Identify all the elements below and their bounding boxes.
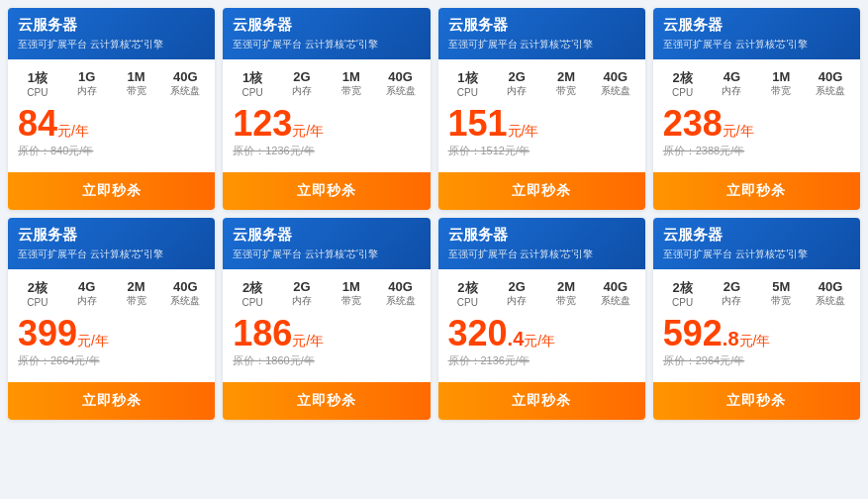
spec-label-0: CPU xyxy=(233,297,272,308)
price-block: 151元/年 原价：1512元/年 xyxy=(448,106,635,158)
original-price: 原价：1512元/年 xyxy=(448,144,635,158)
spec-label-1: 内存 xyxy=(282,294,322,308)
specs-row: 2核 CPU 4G 内存 2M 带宽 40G 系统盘 xyxy=(18,279,205,308)
spec-item-1: 2G 内存 xyxy=(282,69,322,98)
spec-label-3: 系统盘 xyxy=(381,294,421,308)
spec-label-2: 带宽 xyxy=(546,84,586,98)
spec-value-0: 1核 xyxy=(233,69,272,87)
spec-item-1: 2G 内存 xyxy=(713,279,752,308)
buy-button[interactable]: 立即秒杀 xyxy=(223,172,430,210)
spec-label-1: 内存 xyxy=(282,84,322,98)
spec-item-1: 4G 内存 xyxy=(713,69,752,98)
spec-value-1: 4G xyxy=(713,69,752,84)
spec-label-1: 内存 xyxy=(67,84,107,98)
price-main: 320.4元/年 xyxy=(448,316,635,351)
spec-item-1: 4G 内存 xyxy=(67,279,107,308)
spec-item-0: 2核 CPU xyxy=(663,279,703,308)
spec-item-0: 2核 CPU xyxy=(663,69,703,98)
specs-row: 1核 CPU 2G 内存 2M 带宽 40G 系统盘 xyxy=(448,69,635,98)
spec-value-2: 2M xyxy=(546,279,586,294)
card-4: 云服务器 至强可扩展平台 云计算核'芯'引擎 2核 CPU 4G 内存 1M 带… xyxy=(653,8,860,210)
price-decimal: .8 xyxy=(723,328,739,349)
spec-label-3: 系统盘 xyxy=(381,84,421,98)
spec-item-0: 2核 CPU xyxy=(18,279,57,308)
spec-item-0: 2核 CPU xyxy=(448,279,488,308)
price-block: 84元/年 原价：840元/年 xyxy=(18,106,205,158)
spec-value-2: 1M xyxy=(117,69,156,84)
spec-label-0: CPU xyxy=(448,87,488,98)
price-block: 320.4元/年 原价：2136元/年 xyxy=(448,316,635,368)
card-subtitle: 至强可扩展平台 云计算核'芯'引擎 xyxy=(18,248,205,261)
buy-button[interactable]: 立即秒杀 xyxy=(223,382,430,420)
card-body: 2核 CPU 2G 内存 1M 带宽 40G 系统盘 186元/年 xyxy=(223,269,430,382)
buy-button[interactable]: 立即秒杀 xyxy=(438,172,645,210)
spec-value-3: 40G xyxy=(596,279,635,294)
spec-value-3: 40G xyxy=(381,279,421,294)
card-header: 云服务器 至强可扩展平台 云计算核'芯'引擎 xyxy=(438,8,645,59)
buy-button[interactable]: 立即秒杀 xyxy=(438,382,645,420)
card-title: 云服务器 xyxy=(18,16,205,35)
card-7: 云服务器 至强可扩展平台 云计算核'芯'引擎 2核 CPU 2G 内存 2M 带… xyxy=(438,218,645,420)
spec-label-3: 系统盘 xyxy=(165,84,205,98)
card-title: 云服务器 xyxy=(233,226,420,245)
spec-label-3: 系统盘 xyxy=(811,84,850,98)
spec-value-3: 40G xyxy=(811,279,850,294)
spec-item-3: 40G 系统盘 xyxy=(811,69,850,98)
card-8: 云服务器 至强可扩展平台 云计算核'芯'引擎 2核 CPU 2G 内存 5M 带… xyxy=(653,218,860,420)
price-block: 238元/年 原价：2388元/年 xyxy=(663,106,850,158)
card-subtitle: 至强可扩展平台 云计算核'芯'引擎 xyxy=(663,38,850,51)
price-number: 123 xyxy=(233,103,292,144)
card-3: 云服务器 至强可扩展平台 云计算核'芯'引擎 1核 CPU 2G 内存 2M 带… xyxy=(438,8,645,210)
spec-label-3: 系统盘 xyxy=(596,84,635,98)
buy-button[interactable]: 立即秒杀 xyxy=(653,172,860,210)
specs-row: 2核 CPU 4G 内存 1M 带宽 40G 系统盘 xyxy=(663,69,850,98)
card-header: 云服务器 至强可扩展平台 云计算核'芯'引擎 xyxy=(653,8,860,59)
spec-item-2: 1M 带宽 xyxy=(332,69,371,98)
price-unit: 元/年 xyxy=(292,123,324,139)
spec-item-1: 2G 内存 xyxy=(497,69,536,98)
spec-item-3: 40G 系统盘 xyxy=(596,279,635,308)
original-price: 原价：2964元/年 xyxy=(663,353,850,368)
card-subtitle: 至强可扩展平台 云计算核'芯'引擎 xyxy=(663,248,850,261)
spec-value-3: 40G xyxy=(596,69,635,84)
spec-item-0: 2核 CPU xyxy=(233,279,272,308)
spec-value-2: 2M xyxy=(546,69,586,84)
original-price: 原价：2136元/年 xyxy=(448,353,635,368)
spec-value-0: 2核 xyxy=(448,279,488,297)
spec-label-2: 带宽 xyxy=(332,84,371,98)
spec-item-3: 40G 系统盘 xyxy=(381,279,421,308)
spec-value-1: 2G xyxy=(282,69,322,84)
card-title: 云服务器 xyxy=(233,16,420,35)
original-price: 原价：840元/年 xyxy=(18,144,205,158)
original-price: 原价：1236元/年 xyxy=(233,144,420,158)
spec-value-2: 5M xyxy=(761,279,801,294)
card-body: 1核 CPU 1G 内存 1M 带宽 40G 系统盘 84元/年 xyxy=(8,59,215,172)
spec-item-2: 1M 带宽 xyxy=(332,279,371,308)
spec-item-1: 2G 内存 xyxy=(497,279,536,308)
spec-label-0: CPU xyxy=(663,87,703,98)
card-subtitle: 至强可扩展平台 云计算核'芯'引擎 xyxy=(233,38,420,51)
spec-value-2: 1M xyxy=(332,69,371,84)
buy-button[interactable]: 立即秒杀 xyxy=(653,382,860,420)
spec-value-3: 40G xyxy=(165,279,205,294)
cards-grid: 云服务器 至强可扩展平台 云计算核'芯'引擎 1核 CPU 1G 内存 1M 带… xyxy=(8,8,860,420)
card-2: 云服务器 至强可扩展平台 云计算核'芯'引擎 1核 CPU 2G 内存 1M 带… xyxy=(223,8,430,210)
spec-value-3: 40G xyxy=(165,69,205,84)
card-body: 2核 CPU 2G 内存 2M 带宽 40G 系统盘 320.4元/ xyxy=(438,269,645,382)
spec-item-3: 40G 系统盘 xyxy=(596,69,635,98)
price-main: 399元/年 xyxy=(18,316,205,351)
price-number: 151 xyxy=(448,103,508,144)
spec-value-2: 1M xyxy=(761,69,801,84)
spec-value-0: 2核 xyxy=(233,279,272,297)
price-decimal: .4 xyxy=(508,328,525,349)
spec-item-1: 2G 内存 xyxy=(282,279,322,308)
spec-label-2: 带宽 xyxy=(546,294,586,308)
spec-item-1: 1G 内存 xyxy=(67,69,107,98)
card-title: 云服务器 xyxy=(663,226,850,245)
buy-button[interactable]: 立即秒杀 xyxy=(8,172,215,210)
buy-button[interactable]: 立即秒杀 xyxy=(8,382,215,420)
spec-item-3: 40G 系统盘 xyxy=(811,279,850,308)
card-header: 云服务器 至强可扩展平台 云计算核'芯'引擎 xyxy=(653,218,860,269)
spec-label-1: 内存 xyxy=(67,294,107,308)
spec-item-2: 2M 带宽 xyxy=(117,279,156,308)
